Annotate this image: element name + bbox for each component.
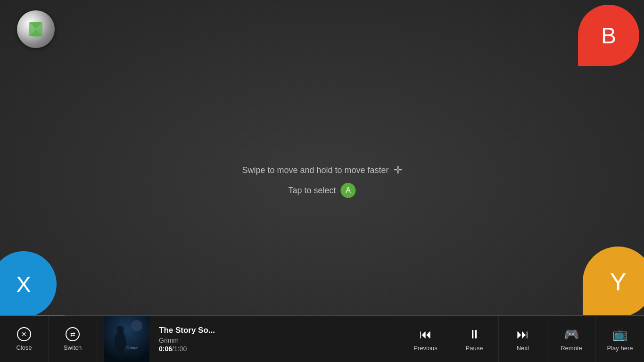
current-time: 0:06	[159, 345, 172, 353]
close-icon: ✕	[17, 327, 31, 341]
x-button-label: X	[16, 272, 31, 297]
next-button[interactable]: ⏭ Next	[498, 316, 547, 362]
track-title: The Story So...	[159, 326, 234, 335]
svg-point-2	[115, 330, 126, 354]
playback-controls: ⏮ Previous ⏸ Pause ⏭ Next 🎮 Remote 📺 Pla…	[401, 316, 644, 362]
tap-hint-text: Tap to select	[288, 186, 336, 196]
remote-button[interactable]: 🎮 Remote	[547, 316, 595, 362]
album-art-svg: Grimm	[104, 316, 149, 362]
total-time: 1:00	[174, 345, 187, 353]
swipe-hint-row: Swipe to move and hold to move faster ✛	[242, 164, 402, 176]
play-here-label: Play here	[607, 345, 633, 352]
b-button-label: B	[601, 23, 616, 49]
previous-button[interactable]: ⏮ Previous	[401, 316, 450, 362]
center-instructions: Swipe to move and hold to move faster ✛ …	[242, 164, 402, 198]
pause-button[interactable]: ⏸ Pause	[450, 316, 498, 362]
swipe-hint-text: Swipe to move and hold to move faster	[242, 165, 388, 175]
remote-icon: 🎮	[564, 327, 579, 342]
track-info: The Story So... Grimm 0:06/1:00	[149, 326, 244, 353]
xbox-x-icon	[25, 19, 46, 40]
track-time: 0:06/1:00	[159, 345, 234, 353]
a-button-label: A	[346, 186, 351, 195]
b-button[interactable]: B	[578, 5, 639, 66]
a-button-indicator: A	[341, 183, 356, 198]
xbox-logo[interactable]	[17, 10, 55, 48]
close-label: Close	[16, 344, 32, 351]
switch-button[interactable]: ⇄ Switch	[49, 316, 97, 362]
previous-label: Previous	[413, 345, 438, 352]
track-show: Grimm	[159, 337, 234, 344]
switch-label: Switch	[64, 344, 82, 351]
play-here-button[interactable]: 📺 Play here	[595, 316, 644, 362]
album-art: Grimm	[104, 316, 149, 362]
svg-rect-1	[104, 316, 149, 362]
left-controls: ✕ Close ⇄ Switch	[0, 316, 97, 362]
svg-point-5	[131, 320, 142, 331]
tap-hint-row: Tap to select A	[288, 183, 355, 198]
move-icon: ✛	[394, 164, 402, 176]
close-button[interactable]: ✕ Close	[0, 316, 49, 362]
next-label: Next	[517, 345, 529, 352]
remote-label: Remote	[561, 345, 582, 352]
y-button-label: Y	[610, 268, 627, 296]
pause-label: Pause	[466, 345, 483, 352]
play-here-icon: 📺	[612, 327, 627, 342]
x-button[interactable]: X	[0, 251, 57, 317]
pause-icon: ⏸	[468, 327, 480, 342]
previous-icon: ⏮	[420, 327, 432, 342]
svg-point-3	[116, 326, 124, 333]
svg-text:Grimm: Grimm	[126, 346, 139, 350]
switch-icon: ⇄	[66, 327, 80, 341]
next-icon: ⏭	[517, 327, 529, 342]
y-button[interactable]: Y	[583, 247, 644, 317]
bottom-bar: ✕ Close ⇄ Switch	[0, 316, 644, 362]
